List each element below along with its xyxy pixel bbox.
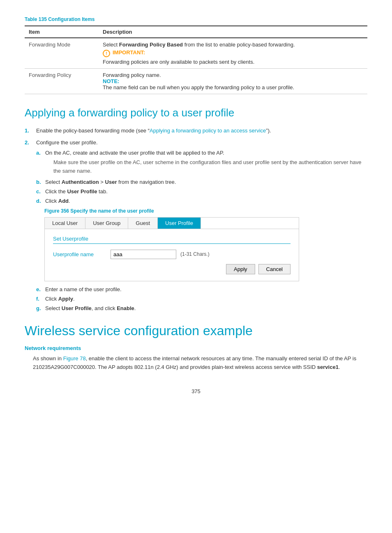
post-step-g-after: .	[134, 305, 136, 311]
para-end: .	[339, 364, 340, 370]
substep-d-content: Click Add.	[45, 198, 367, 204]
substep-d-bold: Add	[58, 198, 69, 204]
figure-title: Figure 356 Specify the name of the user …	[44, 208, 367, 214]
post-step-e: e. Enter a name of the user profile.	[36, 286, 367, 292]
step-1: 1. Enable the policy-based forwarding mo…	[25, 127, 367, 134]
post-step-e-content: Enter a name of the user profile.	[45, 286, 367, 292]
ui-body: Set Userprofile Userprofile name (1-31 C…	[45, 229, 299, 281]
config-table: Item Description Forwarding Mode Select …	[25, 25, 367, 94]
substep-a: a. On the AC, create and activate the us…	[36, 150, 367, 176]
row-desc-forwarding-policy: Forwarding policy name. NOTE: The name f…	[99, 69, 367, 94]
row-item-forwarding-policy: Forwarding Policy	[25, 69, 99, 94]
post-step-g-label: g.	[36, 305, 42, 311]
substep-c: c. Click the User Profile tab.	[36, 188, 367, 195]
post-step-g-mid: , and click	[92, 305, 117, 311]
post-step-f-content: Click Apply.	[45, 296, 367, 302]
tab-user-profile[interactable]: User Profile	[158, 218, 201, 229]
substep-c-content: Click the User Profile tab.	[45, 188, 367, 195]
substep-c-after: tab.	[97, 188, 107, 195]
row-item-forwarding-mode: Forwarding Mode	[25, 38, 99, 69]
step-1-text-before: Enable the policy-based forwarding mode …	[36, 127, 150, 134]
substep-b-after: from the navigation tree.	[117, 179, 176, 185]
fwd-policy-desc: Forwarding policy name.	[103, 72, 363, 78]
substep-d-after: .	[69, 198, 70, 204]
col-description: Description	[99, 26, 367, 38]
step-1-content: Enable the policy-based forwarding mode …	[36, 127, 367, 134]
table-row: Forwarding Policy Forwarding policy name…	[25, 69, 367, 94]
btn-row: Apply Cancel	[53, 264, 291, 274]
step-2-content: Configure the user profile. a. On the AC…	[36, 139, 367, 315]
post-step-g: g. Select User Profile, and click Enable…	[36, 305, 367, 311]
network-requirements-title: Network requirements	[25, 345, 367, 351]
row-desc-forwarding-mode: Select Forwarding Policy Based from the …	[99, 38, 367, 69]
substep-a-text: On the AC, create and activate the user …	[45, 150, 367, 156]
step-1-link[interactable]: Applying a forwarding policy to an acces…	[150, 127, 266, 134]
section2-heading: Wireless service configuration example	[25, 323, 367, 338]
para-before: As shown in	[33, 355, 63, 362]
main-steps-list: 1. Enable the policy-based forwarding mo…	[25, 127, 367, 315]
post-steps-list: e. Enter a name of the user profile. f. …	[36, 286, 367, 311]
userprofile-name-input[interactable]	[111, 250, 176, 259]
substep-b-bold2: User	[105, 179, 117, 185]
post-step-f-bold: Apply	[58, 296, 73, 302]
section1-heading: Applying a forwarding policy to a user p…	[25, 107, 367, 119]
substep-c-before: Click the	[45, 188, 67, 195]
post-step-g-content: Select User Profile, and click Enable.	[45, 305, 367, 311]
substep-b: b. Select Authentication > User from the…	[36, 179, 367, 185]
step-2-num: 2.	[25, 139, 32, 315]
chars-hint: (1-31 Chars.)	[180, 251, 210, 257]
step-2: 2. Configure the user profile. a. On the…	[25, 139, 367, 315]
post-step-f-label: f.	[36, 296, 42, 302]
substep-d-label: d.	[36, 198, 42, 204]
post-step-f-after: .	[73, 296, 75, 302]
form-row: Userprofile name (1-31 Chars.)	[53, 250, 291, 259]
substep-b-before: Select	[45, 179, 62, 185]
important-block: ! IMPORTANT:	[103, 49, 363, 57]
important-label: IMPORTANT:	[113, 49, 145, 56]
important-text: Forwarding policies are only available t…	[103, 59, 363, 65]
note-text: The name field can be null when you appl…	[103, 84, 363, 90]
tab-guest[interactable]: Guest	[128, 218, 158, 229]
post-step-g-before: Select	[45, 305, 62, 311]
substep-a-note: Make sure the user profile on the AC, us…	[53, 158, 367, 176]
set-userprofile-label: Set Userprofile	[53, 236, 291, 244]
note-label: NOTE:	[103, 78, 363, 84]
post-step-e-label: e.	[36, 286, 42, 292]
substep-c-label: c.	[36, 188, 42, 195]
post-step-g-bold2: Enable	[117, 305, 134, 311]
ssid-bold: service1	[317, 364, 339, 370]
col-item: Item	[25, 26, 99, 38]
step-1-text-after: ”).	[266, 127, 271, 134]
substep-b-content: Select Authentication > User from the na…	[45, 179, 367, 185]
substep-a-content: On the AC, create and activate the user …	[45, 150, 367, 176]
substep-b-label: b.	[36, 179, 42, 185]
substep-d: d. Click Add.	[36, 198, 367, 204]
form-label: Userprofile name	[53, 251, 106, 257]
post-step-e-text: Enter a name of the user profile.	[45, 286, 122, 292]
sub-steps-list: a. On the AC, create and activate the us…	[36, 150, 367, 204]
figure-78-link[interactable]: Figure 78	[63, 355, 86, 362]
step-1-num: 1.	[25, 127, 32, 134]
substep-b-mid: >	[99, 179, 105, 185]
desc-text: Select Forwarding Policy Based from the …	[103, 42, 363, 48]
tab-user-group[interactable]: User Group	[85, 218, 128, 229]
substep-a-label: a.	[36, 150, 42, 176]
cancel-button[interactable]: Cancel	[258, 264, 291, 274]
substep-c-bold: User Profile	[67, 188, 97, 195]
apply-button[interactable]: Apply	[226, 264, 255, 274]
post-step-f: f. Click Apply.	[36, 296, 367, 302]
step-2-text: Configure the user profile.	[36, 139, 367, 146]
table-135-title: Table 135 Configuration Items	[25, 16, 367, 22]
important-icon: !	[103, 50, 110, 57]
tab-local-user[interactable]: Local User	[45, 218, 85, 229]
substep-d-before: Click	[45, 198, 58, 204]
network-requirements-body: As shown in Figure 78, enable the client…	[33, 355, 367, 372]
table-row: Forwarding Mode Select Forwarding Policy…	[25, 38, 367, 69]
page-number: 375	[25, 388, 367, 394]
post-step-f-before: Click	[45, 296, 58, 302]
figure-ui-box: Local User User Group Guest User Profile…	[44, 217, 299, 281]
post-step-g-bold1: User Profile	[62, 305, 92, 311]
substep-b-bold1: Authentication	[62, 179, 99, 185]
tabs-bar: Local User User Group Guest User Profile	[45, 218, 299, 229]
figure-container: Figure 356 Specify the name of the user …	[44, 208, 367, 281]
